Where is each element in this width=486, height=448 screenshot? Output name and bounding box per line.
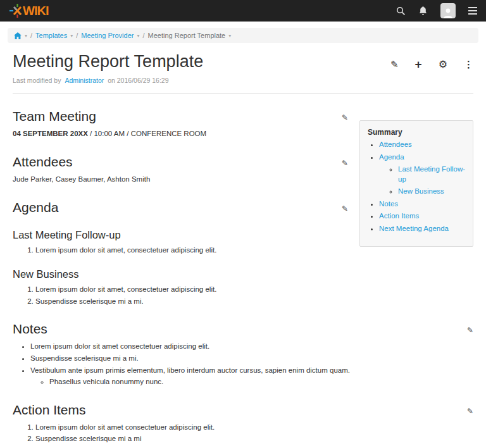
- user-avatar[interactable]: [440, 3, 456, 18]
- list-item: Lorem ipsum dolor sit amet, consectetuer…: [35, 285, 473, 295]
- heading-notes: ✎ Notes: [13, 320, 473, 338]
- edit-page-icon[interactable]: ✎: [390, 59, 399, 69]
- document-content: Summary Attendees Agenda Last Meeting Fo…: [13, 108, 473, 448]
- gear-icon[interactable]: ⚙: [439, 59, 447, 70]
- add-page-icon[interactable]: +: [415, 58, 422, 70]
- list-item: Lorem ipsum dolor sit amet consectetuer …: [30, 342, 473, 352]
- toc-link-last-meeting[interactable]: Last Meeting Follow-up: [398, 165, 465, 183]
- list-item: Suspendisse scelerisque mi a mi.: [35, 297, 473, 307]
- navbar-actions: [396, 3, 477, 18]
- breadcrumb-separator: /: [30, 32, 32, 39]
- toc-subitem: Last Meeting Follow-up: [398, 165, 468, 184]
- list-item: Vestibulum ante ipsum primis elementum, …: [30, 366, 473, 387]
- list-subitem: Phasellus vehicula nonummy nunc.: [49, 377, 473, 387]
- toc-link-new-business[interactable]: New Business: [398, 187, 444, 195]
- toc-item: Notes: [379, 199, 468, 209]
- modified-date: on 2016/06/29 16:29: [108, 77, 168, 84]
- toc-link-action-items[interactable]: Action Items: [379, 212, 419, 220]
- chevron-down-icon[interactable]: ▾: [137, 33, 139, 39]
- breadcrumb-link-templates[interactable]: Templates: [35, 32, 67, 39]
- page-header: Meeting Report Template ✎ + ⚙ ⋮: [13, 52, 473, 72]
- toc-link-agenda[interactable]: Agenda: [379, 153, 404, 161]
- heading-notes-label: Notes: [13, 321, 47, 336]
- breadcrumb-current-page: Meeting Report Template: [148, 32, 226, 39]
- last-meeting-list: Lorem ipsum dolor sit amet, consectetuer…: [13, 246, 473, 256]
- chevron-down-icon[interactable]: ▾: [70, 33, 73, 39]
- notes-list: Lorem ipsum dolor sit amet consectetuer …: [13, 342, 473, 387]
- menu-hamburger-icon[interactable]: [468, 7, 477, 15]
- breadcrumb-separator: /: [76, 32, 78, 39]
- heading-agenda-label: Agenda: [13, 200, 58, 215]
- summary-title: Summary: [368, 127, 468, 137]
- notes-sublist: Phasellus vehicula nonummy nunc.: [30, 377, 473, 387]
- heading-action-items-label: Action Items: [13, 402, 86, 417]
- search-icon[interactable]: [396, 6, 406, 16]
- top-navbar: WIKI: [0, 0, 486, 22]
- breadcrumb-separator: /: [142, 32, 144, 39]
- chevron-down-icon[interactable]: ▾: [25, 33, 27, 39]
- more-actions-kebab-icon[interactable]: ⋮: [464, 59, 473, 69]
- heading-team-meeting-label: Team Meeting: [13, 109, 96, 123]
- toc-link-notes[interactable]: Notes: [379, 200, 398, 208]
- page-actions: ✎ + ⚙ ⋮: [390, 58, 473, 70]
- new-business-list: Lorem ipsum dolor sit amet, consectetuer…: [13, 285, 473, 306]
- toc-item: Attendees: [379, 140, 468, 150]
- breadcrumb: ▾ / Templates ▾ / Meeting Provider ▾ / M…: [8, 28, 478, 43]
- toc-link-next-meeting[interactable]: Next Meeting Agenda: [379, 225, 449, 232]
- chevron-down-icon[interactable]: ▾: [228, 33, 231, 39]
- toc-link-attendees[interactable]: Attendees: [379, 140, 412, 148]
- meeting-date: 04 SEPTEMBER 20XX: [13, 130, 88, 137]
- notifications-bell-icon[interactable]: [418, 6, 428, 16]
- page-title: Meeting Report Template: [13, 52, 203, 72]
- action-items-list: Lorem ipsum dolor sit amet consectetuer …: [13, 423, 473, 444]
- list-item: Lorem ipsum dolor sit amet consectetuer …: [35, 423, 473, 433]
- section-edit-icon[interactable]: ✎: [342, 113, 348, 123]
- meeting-time-location: / 10:00 AM / CONFERENCE ROOM: [88, 130, 206, 137]
- summary-toc-panel: Summary Attendees Agenda Last Meeting Fo…: [359, 120, 473, 247]
- header-divider: [13, 93, 473, 94]
- last-modified-line: Last modified by Administrator on 2016/0…: [13, 77, 473, 84]
- summary-sublist: Last Meeting Follow-up New Business: [379, 165, 468, 197]
- breadcrumb-link-meeting-provider[interactable]: Meeting Provider: [81, 32, 134, 39]
- section-edit-icon[interactable]: ✎: [342, 158, 348, 168]
- toc-item: Action Items: [379, 211, 468, 221]
- section-edit-icon[interactable]: ✎: [467, 325, 473, 335]
- section-edit-icon[interactable]: ✎: [342, 204, 348, 214]
- summary-list: Attendees Agenda Last Meeting Follow-up …: [368, 140, 468, 233]
- toc-subitem: New Business: [398, 187, 468, 197]
- section-edit-icon[interactable]: ✎: [467, 406, 473, 416]
- heading-attendees-label: Attendees: [13, 154, 73, 169]
- list-item: Suspendisse scelerisque mi a mi: [35, 434, 473, 444]
- xwiki-logo[interactable]: WIKI: [9, 3, 53, 18]
- list-item-text: Vestibulum ante ipsum primis elementum, …: [30, 366, 350, 374]
- list-item: Lorem ipsum dolor sit amet, consectetuer…: [35, 246, 473, 256]
- modified-user-link[interactable]: Administrator: [65, 77, 104, 84]
- home-icon[interactable]: [14, 32, 22, 39]
- heading-new-business: New Business: [13, 267, 473, 281]
- list-item: Suspendisse scelerisque mi a mi.: [30, 354, 473, 364]
- xwiki-logo-icon: WIKI: [9, 3, 53, 18]
- toc-item: Agenda Last Meeting Follow-up New Busine…: [379, 152, 468, 197]
- heading-action-items: ✎ Action Items: [13, 401, 473, 419]
- toc-item: Next Meeting Agenda: [379, 224, 468, 234]
- svg-text:WIKI: WIKI: [23, 4, 49, 18]
- modified-prefix: Last modified by: [13, 77, 61, 84]
